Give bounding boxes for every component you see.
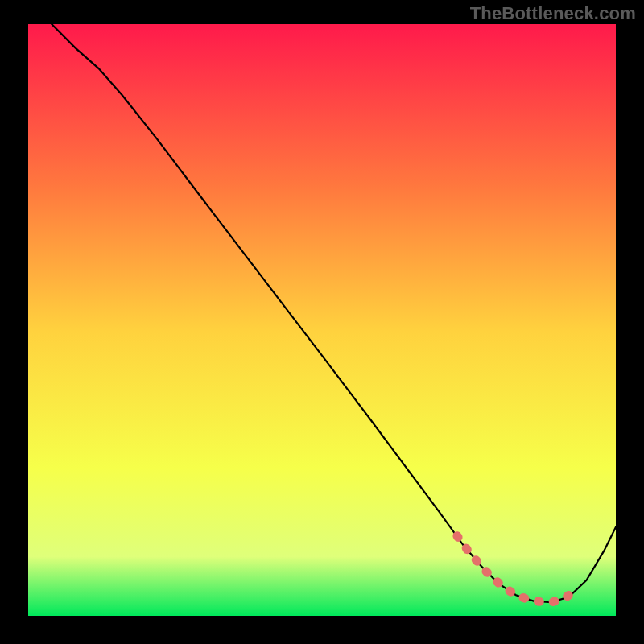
plot-area [28, 24, 616, 616]
chart-frame: TheBottleneck.com [0, 0, 644, 644]
watermark-label: TheBottleneck.com [470, 3, 636, 24]
bottleneck-chart [28, 24, 616, 616]
gradient-background [28, 24, 616, 616]
